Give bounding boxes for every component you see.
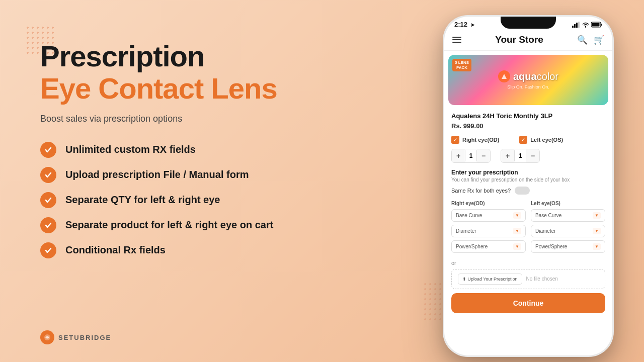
right-qty-control: + 1 −	[451, 149, 491, 163]
brand-icon	[498, 70, 510, 82]
menu-line-2	[452, 39, 461, 40]
check-icon	[40, 142, 56, 158]
same-rx-row: Same Rx for both eyes?	[451, 187, 605, 195]
right-eye-label: Right eye(OD)	[462, 137, 499, 143]
svg-rect-1	[572, 26, 574, 28]
right-power-dropdown[interactable]: Power/Sphere ▼	[451, 240, 526, 253]
left-eye-col-label: Left eye(OS)	[531, 201, 605, 206]
svg-rect-6	[601, 24, 602, 26]
menu-line-1	[452, 37, 461, 38]
left-eye-col: Left eye(OS) Base Curve ▼ Diameter ▼ Pow…	[531, 201, 605, 256]
right-diameter-dropdown[interactable]: Diameter ▼	[451, 225, 526, 237]
battery-icon	[591, 22, 602, 28]
product-name: Aqualens 24H Toric Monthly 3LP	[451, 112, 605, 121]
right-qty-value: 1	[465, 150, 477, 161]
product-badge: 5 LENS PACK	[452, 59, 471, 71]
header-title: Your Store	[495, 34, 543, 45]
right-eye-col: Right eye(OD) Base Curve ▼ Diameter ▼ Po…	[451, 201, 526, 256]
check-icon	[40, 167, 56, 183]
left-base-curve-arrow: ▼	[593, 212, 601, 219]
left-diameter-label: Diameter	[535, 228, 556, 234]
upload-placeholder: No file chosen	[526, 276, 558, 282]
feature-text: Conditional Rx fields	[65, 244, 166, 256]
same-rx-toggle[interactable]	[515, 187, 530, 195]
svg-rect-3	[576, 23, 578, 28]
prescription-title: Enter your prescription	[451, 169, 605, 176]
right-diameter-arrow: ▼	[513, 228, 521, 234]
left-power-arrow: ▼	[593, 243, 601, 250]
phone-container: 2:12 ➤	[443, 15, 614, 357]
or-divider: or	[444, 259, 612, 267]
left-diameter-dropdown[interactable]: Diameter ▼	[531, 225, 605, 237]
right-power-arrow: ▼	[513, 243, 521, 250]
right-power-label: Power/Sphere	[456, 244, 488, 249]
right-base-curve-arrow: ▼	[513, 212, 521, 219]
status-time: 2:12 ➤	[454, 21, 474, 28]
logo-icon	[40, 330, 54, 344]
svg-rect-4	[578, 22, 580, 28]
title-line1: Prescription	[40, 40, 332, 72]
prescription-section: Enter your prescription You can find you…	[444, 165, 612, 197]
product-tagline: Slip On. Fashion On.	[498, 84, 558, 89]
left-qty-value: 1	[514, 150, 526, 161]
feature-text: Unlimited custom RX fields	[65, 144, 196, 155]
left-base-curve-label: Base Curve	[535, 213, 561, 218]
cart-icon[interactable]: 🛒	[594, 35, 604, 45]
feature-5: Conditional Rx fields	[40, 242, 332, 258]
right-eye-col-label: Right eye(OD)	[451, 201, 526, 206]
feature-4: Separate product for left & right eye on…	[40, 217, 332, 233]
eye-selection: ✓ Right eye(OD) ✓ Left eye(OS)	[444, 133, 612, 147]
check-icon	[40, 192, 56, 208]
product-image: 5 LENS PACK aquacolor Slip On. Fashion O…	[448, 55, 608, 105]
left-eye-checkbox[interactable]: ✓	[519, 136, 527, 144]
menu-icon[interactable]	[452, 37, 461, 43]
wifi-icon	[582, 22, 589, 28]
left-qty-minus[interactable]: −	[526, 149, 539, 162]
right-diameter-label: Diameter	[456, 228, 476, 234]
logo-area: SETUBRIDGE	[40, 330, 111, 344]
phone-inner: 2:12 ➤	[444, 17, 612, 355]
feature-list: Unlimited custom RX fields Upload prescr…	[40, 142, 332, 258]
title-line2: Eye Contact Lens	[40, 72, 332, 105]
right-base-curve-dropdown[interactable]: Base Curve ▼	[451, 209, 526, 222]
product-info: Aqualens 24H Toric Monthly 3LP Rs. 999.0…	[444, 109, 612, 133]
upload-button[interactable]: ⬆ Upload Your Prescription	[458, 274, 522, 285]
left-eye-option: ✓ Left eye(OS)	[519, 136, 563, 144]
feature-text: Separate product for left & right eye on…	[65, 219, 273, 231]
subtitle: Boost sales via prescription options	[40, 114, 332, 124]
feature-text: Separate QTY for left & right eye	[65, 194, 220, 206]
left-power-dropdown[interactable]: Power/Sphere ▼	[531, 240, 605, 253]
header-icons: 🔍 🛒	[577, 35, 604, 45]
same-rx-label: Same Rx for both eyes?	[451, 188, 511, 194]
search-icon[interactable]: 🔍	[577, 35, 588, 45]
logo-text: SETUBRIDGE	[58, 334, 111, 341]
left-qty-control: + 1 −	[501, 149, 540, 163]
menu-line-3	[452, 42, 461, 43]
feature-1: Unlimited custom RX fields	[40, 142, 332, 158]
right-qty-minus[interactable]: −	[477, 149, 490, 162]
eye-columns: Right eye(OD) Base Curve ▼ Diameter ▼ Po…	[444, 197, 612, 259]
product-logo-light: color	[537, 71, 558, 82]
right-eye-option: ✓ Right eye(OD)	[451, 136, 499, 144]
right-qty-plus[interactable]: +	[452, 149, 465, 162]
phone-frame: 2:12 ➤	[443, 15, 614, 357]
feature-2: Upload prescription File / Manual form	[40, 167, 332, 183]
check-icon	[40, 242, 56, 258]
left-qty-plus[interactable]: +	[501, 149, 514, 162]
status-icons	[572, 22, 602, 28]
feature-text: Upload prescription File / Manual form	[65, 169, 249, 180]
continue-button[interactable]: Continue	[451, 293, 605, 313]
left-eye-label: Left eye(OS)	[530, 137, 563, 143]
left-base-curve-dropdown[interactable]: Base Curve ▼	[531, 209, 605, 222]
qty-row: + 1 − + 1 −	[444, 147, 612, 165]
app-header: Your Store 🔍 🛒	[444, 30, 612, 51]
signal-icon	[572, 22, 580, 28]
left-panel: Prescription Eye Contact Lens Boost sale…	[40, 40, 332, 258]
left-power-label: Power/Sphere	[535, 244, 567, 249]
check-icon	[40, 217, 56, 233]
feature-3: Separate QTY for left & right eye	[40, 192, 332, 208]
right-eye-checkbox[interactable]: ✓	[451, 136, 459, 144]
left-diameter-arrow: ▼	[593, 228, 601, 234]
svg-rect-7	[592, 23, 600, 26]
product-price: Rs. 999.00	[451, 122, 605, 130]
